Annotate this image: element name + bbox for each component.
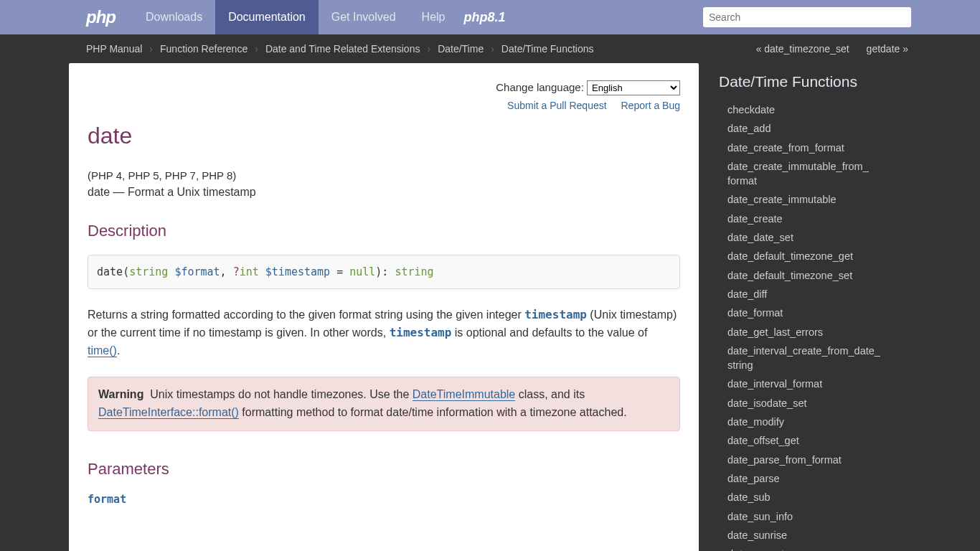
sidebar-item: date_sun_info [719, 507, 895, 526]
datetimeinterface-format-link[interactable]: DateTimeInterface::format() [98, 406, 239, 419]
bc-date-time[interactable]: Date/Time [438, 43, 484, 55]
description-heading: Description [88, 222, 680, 240]
sidebar-link[interactable]: date_sun_info [727, 511, 793, 522]
sidebar-link[interactable]: date_default_timezone_set [727, 270, 852, 281]
sidebar-item: date_interval_create_from_date_string [719, 342, 895, 375]
description-paragraph: Returns a string formatted according to … [88, 306, 680, 359]
sidebar-link[interactable]: date_diff [727, 288, 767, 300]
sidebar-link[interactable]: date_date_set [727, 232, 793, 243]
sublinks: Submit a Pull Request Report a Bug [88, 100, 680, 111]
language-row: Change language: English [88, 80, 680, 95]
bc-date-time-ext[interactable]: Date and Time Related Extensions [265, 43, 420, 55]
sidebar-item: date_interval_format [719, 375, 895, 393]
sidebar-link[interactable]: date_add [727, 123, 771, 134]
nav-help[interactable]: Help [409, 0, 458, 34]
sidebar-link[interactable]: date_sunrise [727, 529, 787, 541]
sidebar-link[interactable]: date_interval_create_from_date_string [727, 345, 880, 371]
sidebar-item: date_sunset [719, 545, 895, 551]
topbar: php Downloads Documentation Get Involved… [0, 0, 980, 34]
sidebar-link[interactable]: date_offset_get [727, 435, 799, 446]
report-bug-link[interactable]: Report a Bug [621, 100, 681, 111]
sidebar-item: date_sunrise [719, 526, 895, 545]
sidebar-item: date_format [719, 303, 895, 322]
sidebar-item: date_create_from_format [719, 138, 895, 157]
sidebar-link[interactable]: date_create [727, 213, 783, 225]
bc-date-time-functions[interactable]: Date/Time Functions [501, 43, 594, 55]
nav-downloads[interactable]: Downloads [133, 0, 215, 34]
sidebar-item: date_create_immutable [719, 190, 895, 209]
time-link[interactable]: time() [88, 344, 117, 357]
sidebar-link[interactable]: checkdate [727, 104, 775, 116]
language-select[interactable]: English [587, 80, 680, 95]
sidebar-item: date_modify [719, 413, 895, 431]
top-nav: Downloads Documentation Get Involved Hel… [133, 0, 458, 34]
purpose: date — Format a Unix timestamp [88, 186, 680, 199]
php81-badge[interactable]: php8.1 [464, 10, 506, 25]
search-container [703, 7, 911, 27]
sidebar-item: date_get_last_errors [719, 323, 895, 342]
sidebar-link[interactable]: date_default_timezone_get [727, 250, 853, 262]
pager: « date_timezone_set getdate » [756, 43, 908, 55]
parameters-heading: Parameters [88, 460, 680, 479]
page-title: date [88, 123, 680, 149]
sidebar-link[interactable]: date_isodate_set [727, 397, 806, 409]
sidebar-item: date_parse [719, 469, 895, 488]
sidebar-link[interactable]: date_parse [727, 473, 780, 484]
sidebar-list: checkdatedate_adddate_create_from_format… [719, 100, 895, 551]
sidebar-link[interactable]: date_format [727, 307, 783, 319]
sidebar-title: Date/Time Functions [719, 73, 895, 90]
php-versions: (PHP 4, PHP 5, PHP 7, PHP 8) [88, 169, 680, 182]
sidebar-link[interactable]: date_create_immutable_from_format [727, 161, 869, 187]
submit-pr-link[interactable]: Submit a Pull Request [507, 100, 607, 111]
method-synopsis: date(string $format, ?int $timestamp = n… [88, 255, 680, 289]
nav-get-involved[interactable]: Get Involved [319, 0, 409, 34]
sidebar-item: date_sub [719, 488, 895, 507]
language-label: Change language: [496, 81, 584, 93]
pager-prev[interactable]: « date_timezone_set [756, 43, 849, 55]
sidebar-item: date_default_timezone_get [719, 247, 895, 265]
nav-documentation[interactable]: Documentation [215, 0, 319, 34]
sidebar-item: date_parse_from_format [719, 451, 895, 469]
sidebar-item: checkdate [719, 100, 895, 119]
sidebar-item: date_add [719, 119, 895, 138]
sidebar-link[interactable]: date_interval_format [727, 378, 822, 390]
sidebar-link[interactable]: date_create_from_format [727, 142, 844, 154]
sidebar-link[interactable]: date_get_last_errors [727, 326, 823, 338]
main-content: Change language: English Submit a Pull R… [69, 63, 699, 551]
warning-box: Warning Unix timestamps do not handle ti… [88, 377, 680, 431]
bc-php-manual[interactable]: PHP Manual [86, 43, 142, 55]
breadcrumb: PHP Manual› Function Reference› Date and… [0, 34, 980, 63]
sidebar-item: date_diff [719, 285, 895, 303]
sidebar-link[interactable]: date_sub [727, 491, 771, 503]
sidebar-link[interactable]: date_modify [727, 416, 784, 428]
param-format: format [88, 493, 680, 506]
sidebar-item: date_offset_get [719, 431, 895, 450]
sidebar-item: date_default_timezone_set [719, 266, 895, 285]
sidebar-item: date_create [719, 209, 895, 228]
search-input[interactable] [703, 7, 911, 27]
php-logo[interactable]: php [86, 7, 116, 27]
pager-next[interactable]: getdate » [867, 43, 908, 55]
sidebar-item: date_isodate_set [719, 394, 895, 413]
sidebar-item: date_create_immutable_from_format [719, 157, 895, 191]
sidebar: Date/Time Functions checkdatedate_adddat… [719, 63, 895, 551]
sidebar-item: date_date_set [719, 228, 895, 247]
warning-label: Warning [98, 388, 143, 400]
sidebar-link[interactable]: date_parse_from_format [727, 454, 842, 466]
datetimeimmutable-link[interactable]: DateTimeImmutable [413, 388, 515, 401]
sidebar-link[interactable]: date_create_immutable [727, 194, 837, 205]
bc-function-reference[interactable]: Function Reference [160, 43, 248, 55]
sidebar-link[interactable]: date_sunset [727, 548, 784, 551]
